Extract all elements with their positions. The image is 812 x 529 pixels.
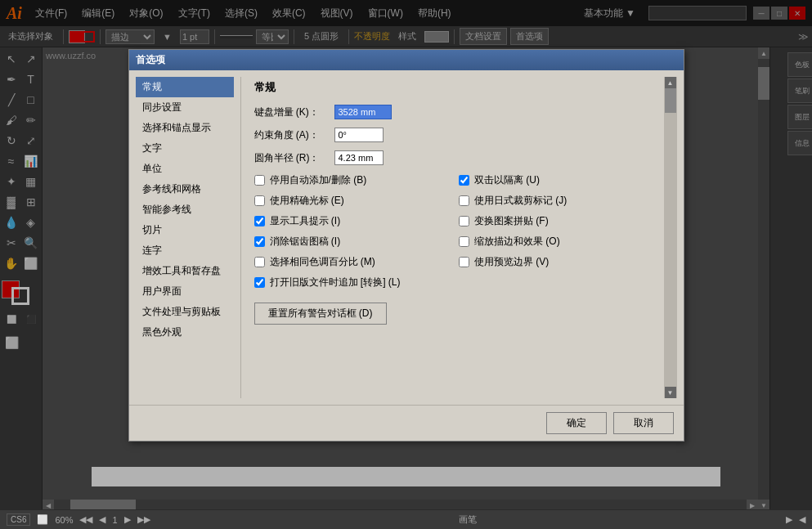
dialog-content: 常规 键盘增量 (K)： 约束角度 (A)： 圆角半径 (R)： — [248, 77, 657, 398]
checkbox-select-same-tint[interactable] — [254, 257, 265, 267]
cancel-button[interactable]: 取消 — [613, 412, 674, 434]
corner-radius-row: 圆角半径 (R)： — [254, 150, 651, 165]
checkbox-append-convert[interactable] — [254, 277, 265, 288]
constraint-angle-label: 约束角度 (A)： — [254, 128, 328, 142]
dialog-scroll-track — [665, 88, 676, 387]
keyboard-increment-label: 键盘增量 (K)： — [254, 105, 328, 119]
checkbox-label-3: 使用日式裁剪标记 (J) — [474, 194, 567, 208]
checkbox-label-8: 选择相同色调百分比 (M) — [270, 255, 375, 269]
nav-sync[interactable]: 同步设置 — [136, 97, 234, 118]
reset-warnings-button[interactable]: 重置所有警告对话框 (D) — [254, 303, 387, 325]
checkbox-row-1: 双击以隔离 (U) — [459, 173, 651, 187]
dialog-scrollbar[interactable]: ▲ ▼ — [664, 77, 677, 398]
dialog-title: 首选项 — [129, 50, 684, 70]
nav-units[interactable]: 单位 — [136, 159, 234, 179]
checkbox-japanese-crop[interactable] — [459, 195, 469, 206]
nav-slice[interactable]: 切片 — [136, 220, 234, 240]
checkbox-double-click-isolate[interactable] — [459, 175, 469, 186]
checkbox-precise-cursor[interactable] — [254, 195, 265, 206]
nav-guides[interactable]: 参考线和网格 — [136, 179, 234, 199]
zoom-label: 60% — [55, 515, 73, 525]
checkbox-transform-pattern[interactable] — [459, 216, 469, 226]
dialog-overlay: 首选项 常规 同步设置 选择和锚点显示 文字 单位 参考线和网格 智能参考线 切… — [0, 0, 812, 509]
status-right: ▶ — [786, 514, 792, 525]
checkbox-show-tooltips[interactable] — [254, 216, 265, 226]
dialog-scroll-thumb[interactable] — [665, 88, 676, 113]
checkbox-row-2: 使用精确光标 (E) — [254, 194, 446, 208]
corner-radius-label: 圆角半径 (R)： — [254, 151, 328, 165]
nav-hyphenation[interactable]: 连字 — [136, 240, 234, 261]
constraint-angle-row: 约束角度 (A)： — [254, 128, 651, 142]
tool-status: 画笔 — [459, 513, 477, 526]
checkbox-row-10: 打开旧版文件时追加 [转换] (L) — [254, 276, 651, 289]
checkbox-label-0: 停用自动添加/删除 (B) — [270, 173, 367, 187]
checkbox-preview-bounds[interactable] — [459, 257, 469, 267]
nav-text[interactable]: 文字 — [136, 138, 234, 159]
checkbox-row-8: 选择相同色调百分比 (M) — [254, 255, 446, 269]
checkbox-anti-alias[interactable] — [254, 236, 265, 247]
checkbox-row-0: 停用自动添加/删除 (B) — [254, 173, 446, 187]
nav-left[interactable]: ◀ — [99, 514, 105, 525]
preferences-dialog: 首选项 常规 同步设置 选择和锚点显示 文字 单位 参考线和网格 智能参考线 切… — [128, 49, 684, 442]
checkbox-label-4: 显示工具提示 (I) — [270, 214, 341, 228]
nav-smart-guides[interactable]: 智能参考线 — [136, 199, 234, 220]
status-bar: CS6 ⬜ 60% ◀◀ ◀ 1 ▶ ▶▶ 画笔 ▶ ◀ — [0, 509, 812, 529]
dialog-section-title: 常规 — [254, 80, 651, 95]
dialog-scroll-up[interactable]: ▲ — [665, 77, 676, 88]
ok-button[interactable]: 确定 — [546, 412, 607, 434]
nav-file-handling[interactable]: 文件处理与剪贴板 — [136, 302, 234, 322]
dialog-footer: 确定 取消 — [129, 405, 684, 441]
dialog-sidebar: 常规 同步设置 选择和锚点显示 文字 单位 参考线和网格 智能参考线 切片 连字… — [136, 77, 234, 398]
checkbox-row-3: 使用日式裁剪标记 (J) — [459, 194, 651, 208]
nav-selection[interactable]: 选择和锚点显示 — [136, 118, 234, 138]
checkbox-label-10: 打开旧版文件时追加 [转换] (L) — [270, 276, 401, 289]
dialog-title-text: 首选项 — [136, 53, 165, 67]
checkbox-row-7: 缩放描边和效果 (O) — [459, 235, 651, 249]
checkbox-label-2: 使用精确光标 (E) — [270, 194, 344, 208]
corner-radius-input[interactable] — [334, 150, 384, 165]
checkbox-label-5: 变换图案拼贴 (F) — [474, 214, 549, 228]
dialog-separator — [240, 77, 241, 398]
workspace-badge: CS6 — [7, 513, 30, 526]
page-num: 1 — [112, 515, 117, 525]
nav-ui[interactable]: 用户界面 — [136, 281, 234, 302]
checkbox-label-6: 消除锯齿图稿 (I) — [270, 235, 341, 249]
keyboard-increment-input[interactable] — [334, 105, 392, 119]
checkboxes-group: 停用自动添加/删除 (B) 双击以隔离 (U) 使用精确光标 (E) 使用日式裁… — [254, 173, 651, 269]
checkbox-row-9: 使用预览边界 (V) — [459, 255, 651, 269]
dialog-body: 常规 同步设置 选择和锚点显示 文字 单位 参考线和网格 智能参考线 切片 连字… — [129, 70, 684, 405]
checkbox-row-4: 显示工具提示 (I) — [254, 214, 446, 228]
nav-black[interactable]: 黑色外观 — [136, 322, 234, 343]
checkbox-label-7: 缩放描边和效果 (O) — [474, 235, 560, 249]
dialog-scroll-down[interactable]: ▼ — [665, 387, 676, 398]
checkbox-row-5: 变换图案拼贴 (F) — [459, 214, 651, 228]
checkbox-label-9: 使用预览边界 (V) — [474, 255, 549, 269]
nav-general[interactable]: 常规 — [136, 77, 234, 97]
status-icon: ⬜ — [37, 514, 48, 525]
checkbox-scale-stroke[interactable] — [459, 236, 469, 247]
keyboard-increment-row: 键盘增量 (K)： — [254, 105, 651, 119]
checkbox-disable-auto-add[interactable] — [254, 175, 265, 186]
checkbox-row-6: 消除锯齿图稿 (I) — [254, 235, 446, 249]
nav-next[interactable]: ▶▶ — [137, 514, 150, 525]
nav-plugins[interactable]: 增效工具和暂存盘 — [136, 261, 234, 281]
checkbox-label-1: 双击以隔离 (U) — [474, 173, 540, 187]
nav-right[interactable]: ▶ — [124, 514, 131, 525]
nav-prev[interactable]: ◀◀ — [79, 514, 92, 525]
status-arrow: ◀ — [799, 514, 805, 525]
constraint-angle-input[interactable] — [334, 128, 384, 142]
reset-btn-row: 重置所有警告对话框 (D) — [254, 303, 651, 325]
